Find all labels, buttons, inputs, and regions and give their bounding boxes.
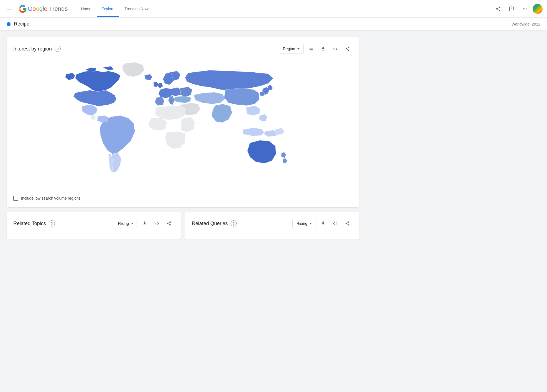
related-queries-actions: Rising (292, 218, 352, 228)
related-queries-embed-icon[interactable] (330, 218, 340, 228)
embed-icon[interactable] (330, 44, 340, 54)
related-topics-share-icon[interactable] (164, 218, 174, 228)
related-topics-title-group: Related Topics ? (13, 220, 55, 226)
related-queries-title: Related Queries (192, 221, 228, 226)
card-header-region: Interest by region ? Region (13, 44, 352, 54)
header-actions (493, 3, 543, 14)
feedback-icon[interactable] (506, 3, 517, 14)
logo-text: Google Trends (28, 5, 68, 12)
search-term-text: Recipe (14, 21, 29, 27)
related-topics-filter-button[interactable]: Rising (114, 219, 137, 228)
world-map (13, 58, 352, 191)
related-queries-filter-button[interactable]: Rising (292, 219, 316, 228)
related-topics-help-icon[interactable]: ? (49, 220, 55, 226)
share-icon[interactable] (493, 3, 504, 14)
related-queries-download-icon[interactable] (318, 218, 328, 228)
bottom-row: Related Topics ? Rising (7, 212, 359, 240)
search-bar: Recipe Worldwide, 2022 (0, 18, 547, 30)
related-queries-title-group: Related Queries ? (192, 220, 237, 226)
header: Google Trends Home Explore Trending Now (0, 0, 547, 18)
location-time-label: Worldwide, 2022 (512, 22, 540, 26)
related-queries-filter-label: Rising (296, 221, 307, 226)
related-topics-title: Related Topics (13, 221, 46, 226)
search-term-group: Recipe (7, 21, 29, 27)
related-queries-help-icon[interactable]: ? (231, 220, 237, 226)
nav-home[interactable]: Home (76, 1, 96, 17)
user-avatar[interactable] (533, 4, 543, 14)
related-topics-filter-label: Rising (118, 221, 129, 226)
region-filter-label: Region (283, 47, 295, 51)
apps-icon[interactable] (519, 3, 530, 14)
card-actions-region: Region (279, 44, 352, 54)
related-topics-download-icon[interactable] (140, 218, 150, 228)
menu-icon[interactable] (4, 3, 14, 14)
nav-explore[interactable]: Explore (97, 1, 119, 17)
region-chevron-icon (297, 48, 300, 50)
download-icon[interactable] (318, 44, 328, 54)
list-view-icon[interactable] (306, 44, 316, 54)
related-topics-card: Related Topics ? Rising (7, 212, 181, 240)
related-topics-chevron-icon (131, 223, 133, 224)
interest-by-region-card: Interest by region ? Region (7, 37, 359, 207)
low-volume-checkbox[interactable] (13, 196, 18, 201)
checkbox-label: Include low search volume regions (21, 196, 81, 200)
related-topics-header: Related Topics ? Rising (13, 218, 174, 228)
nav-trending-now[interactable]: Trending Now (120, 1, 153, 17)
related-queries-chevron-icon (310, 223, 312, 224)
interest-by-region-help-icon[interactable]: ? (55, 46, 61, 52)
main-nav: Home Explore Trending Now (76, 1, 493, 17)
logo[interactable]: Google Trends (19, 5, 68, 13)
related-queries-card: Related Queries ? Rising (185, 212, 359, 240)
main-content: Interest by region ? Region (0, 30, 366, 246)
related-topics-embed-icon[interactable] (152, 218, 162, 228)
related-queries-header: Related Queries ? Rising (192, 218, 352, 228)
term-color-indicator (7, 22, 11, 26)
related-queries-share-icon[interactable] (342, 218, 352, 228)
share-region-icon[interactable] (342, 44, 352, 54)
related-topics-actions: Rising (114, 218, 174, 228)
card-title-group-region: Interest by region ? (13, 46, 61, 52)
region-filter-button[interactable]: Region (279, 44, 304, 54)
interest-by-region-title: Interest by region (13, 46, 52, 52)
checkbox-row: Include low search volume regions (13, 196, 352, 201)
